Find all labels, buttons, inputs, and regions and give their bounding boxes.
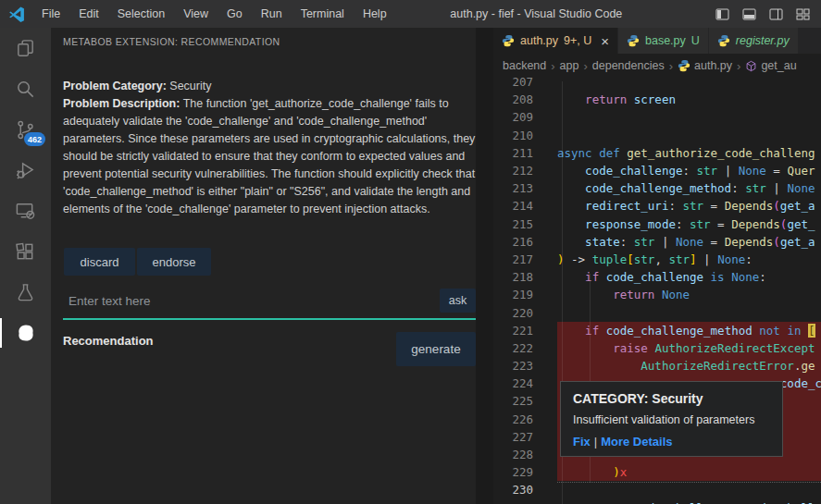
hover-category: CATEGORY: Security [573,391,770,406]
menu-go[interactable]: Go [219,4,250,24]
code-line-208: 208 return screen [493,91,821,108]
activity-extensions[interactable] [0,231,51,272]
tab-label: register.py [736,34,790,47]
tab-base.py[interactable]: base.pyU [618,28,709,54]
tab-label: auth.py [520,34,558,47]
discard-button[interactable]: discard [64,248,135,276]
line-number: 213 [493,181,557,195]
code-text: redirect_uri: str = Depends(get_a [557,197,821,215]
menu-run[interactable]: Run [254,4,290,24]
menu-view[interactable]: View [176,4,216,24]
code-text: return screen [557,91,821,108]
code-text: if code_challenge_method not in [ [557,322,821,339]
line-number: 226 [493,412,557,426]
line-number: 212 [493,164,557,178]
line-number: 209 [493,110,557,124]
line-number: 211 [493,146,557,160]
tab-register.py[interactable]: register.py [709,28,799,54]
problem-category-label: Problem Category: [63,80,167,92]
code-line-223: 223 AuthorizeRedirectError.ge [493,357,821,375]
generate-button[interactable]: generate [396,332,476,366]
feedback-buttons: discard endorse [64,248,211,276]
code-line-214: 214 redirect_uri: str = Depends(get_a [493,197,821,215]
tab-auth.py[interactable]: auth.py9+, U× [493,28,618,54]
code-line-222: 222 raise AuthorizeRedirectExcept [493,339,821,357]
code-line-213: 213 code_challenge_method: str | None [493,179,821,197]
code-text: code_challenge_method: str | None [557,179,821,197]
activity-remote-explorer[interactable] [0,191,51,231]
chevron-right-icon: › [583,59,587,73]
code-text: async def get_authorize_code_challeng [557,144,821,162]
line-number: 230 [493,483,557,497]
more-details-link[interactable]: More Details [601,435,672,449]
code-line-215: 215 response_mode: str = Depends(get_ [493,215,821,233]
line-number: 229 [493,465,557,479]
code-text: code_challenge: str | None = Quer [557,162,821,179]
breadcrumb-app[interactable]: app [560,59,579,72]
code-text [557,108,821,126]
code-line-229: 229 )x [493,463,821,481]
code-text: if code_challenge is None: [557,268,821,286]
code-line-216: 216 state: str | None = Depends(get_a [493,233,821,251]
menu-selection[interactable]: Selection [110,4,172,24]
ask-input[interactable] [68,289,431,313]
code-line-217: 217) -> tuple[str, str] | None: [493,251,821,268]
menu-bar: FileEditSelectionViewGoRunTerminalHelp [34,4,394,24]
breadcrumb-get_au[interactable]: get_au [745,59,796,72]
activity-explorer[interactable] [0,28,51,68]
line-number: 215 [493,217,557,231]
code-text: response_mode: str = Depends(get_ [557,215,821,233]
toggle-panel-icon[interactable] [742,8,756,20]
line-number: 218 [493,270,557,284]
code-line-231: 231 return code_challenge, code_chall [493,499,821,504]
fix-link[interactable]: Fix [573,435,591,449]
line-number: 207 [493,78,557,89]
line-number: 221 [493,324,557,338]
vscode-logo-icon [8,6,25,22]
line-number: 222 [493,341,557,355]
tab-close-icon[interactable]: × [601,34,609,48]
customize-layout-icon[interactable] [796,8,810,20]
breadcrumb: backend›app›dependencies›auth.py›get_au [503,54,821,78]
code-text: AuthorizeRedirectError.ge [557,357,821,375]
code-text [557,481,821,498]
breadcrumb-backend[interactable]: backend [503,59,546,72]
activity-bar: 462 [0,28,51,504]
diagnostic-hover: CATEGORY: Security Insufficient validati… [560,381,783,457]
code-line-221: 221 if code_challenge_method not in [ [493,322,821,339]
menu-help[interactable]: Help [355,4,394,24]
editor-area: auth.py9+, U×base.pyUregister.py backend… [493,28,821,504]
problem-description: Problem Description: The function 'get_a… [63,95,478,218]
tab-decoration: 9+, U [564,34,591,47]
code-line-219: 219 return None [493,286,821,303]
activity-search[interactable] [0,68,51,109]
code-text: )x [557,463,821,481]
menu-terminal[interactable]: Terminal [293,4,352,24]
menu-file[interactable]: File [34,4,68,24]
activity-testing[interactable] [0,272,51,313]
divider-teal [63,318,476,320]
breadcrumb-auth.py[interactable]: auth.py [678,59,732,72]
sidebar-editor-seam [476,28,493,504]
problem-description-text: The function 'get_authorize_code_challen… [63,97,475,215]
activity-metabob[interactable] [0,313,51,353]
breadcrumb-dependencies[interactable]: dependencies [592,59,665,72]
hover-message: Insufficient validation of parameters [573,413,770,426]
line-number: 228 [493,448,557,461]
line-number: 220 [493,306,557,320]
ask-button[interactable]: ask [440,289,476,313]
code-line-212: 212 code_challenge: str | None = Quer [493,162,821,179]
code-line-211: 211async def get_authorize_code_challeng [493,144,821,162]
toggle-primary-sidebar-icon[interactable] [715,8,729,20]
activity-source-control[interactable]: 462 [0,109,51,150]
menu-edit[interactable]: Edit [71,4,106,24]
activity-run-debug[interactable] [0,150,51,191]
endorse-button[interactable]: endorse [137,248,211,276]
line-number: 210 [493,129,557,142]
title-bar: FileEditSelectionViewGoRunTerminalHelp a… [0,0,821,28]
code-line-209: 209 [493,108,821,126]
line-number: 224 [493,376,557,390]
toggle-secondary-sidebar-icon[interactable] [769,8,783,20]
window-title: auth.py - fief - Visual Studio Code [394,7,715,20]
hover-links-separator: | [591,435,601,449]
